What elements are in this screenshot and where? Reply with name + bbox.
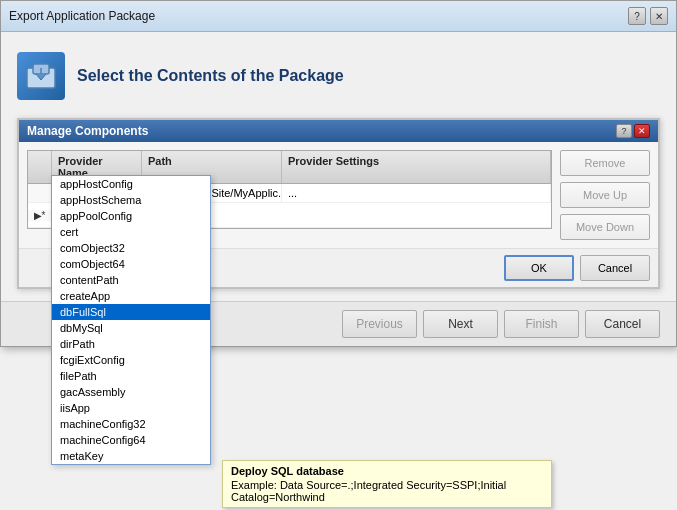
- previous-button[interactable]: Previous: [342, 310, 417, 338]
- col-header-settings: Provider Settings: [282, 151, 551, 183]
- cancel-button[interactable]: Cancel: [585, 310, 660, 338]
- dropdown-item-appHostSchema[interactable]: appHostSchema: [52, 192, 210, 208]
- dropdown-item-cert[interactable]: cert: [52, 224, 210, 240]
- dropdown-item-machineConfig64[interactable]: machineConfig64: [52, 432, 210, 448]
- sidebar-buttons: Remove Move Up Move Down: [560, 150, 650, 240]
- table-container: Provider Name Path Provider Settings iis…: [27, 150, 552, 240]
- header-title: Select the Contents of the Package: [77, 67, 344, 85]
- outer-titlebar-left: Export Application Package: [9, 9, 155, 23]
- header-section: Select the Contents of the Package: [17, 44, 660, 108]
- dropdown-item-metaKey[interactable]: metaKey: [52, 448, 210, 464]
- outer-window: Export Application Package ? ✕ Select th…: [0, 0, 677, 347]
- inner-modal: Manage Components ? ✕ Provider Name Path: [17, 118, 660, 289]
- move-up-button[interactable]: Move Up: [560, 182, 650, 208]
- outer-titlebar: Export Application Package ? ✕: [1, 1, 676, 32]
- inner-content: Provider Name Path Provider Settings iis…: [19, 142, 658, 248]
- dropdown-item-dbMySql[interactable]: dbMySql: [52, 320, 210, 336]
- inner-close-button[interactable]: ✕: [634, 124, 650, 138]
- inner-cancel-button[interactable]: Cancel: [580, 255, 650, 281]
- next-button[interactable]: Next: [423, 310, 498, 338]
- remove-button[interactable]: Remove: [560, 150, 650, 176]
- outer-help-button[interactable]: ?: [628, 7, 646, 25]
- dropdown-item-comObject64[interactable]: comObject64: [52, 256, 210, 272]
- inner-titlebar: Manage Components ? ✕: [19, 120, 658, 142]
- dropdown-item-contentPath[interactable]: contentPath: [52, 272, 210, 288]
- dropdown-item-gacAssembly[interactable]: gacAssembly: [52, 384, 210, 400]
- dropdown-item-filePath[interactable]: filePath: [52, 368, 210, 384]
- dropdown-item-appHostConfig[interactable]: appHostConfig: [52, 176, 210, 192]
- row-indicator-1: [28, 184, 52, 202]
- outer-titlebar-controls: ? ✕: [628, 7, 668, 25]
- outer-close-button[interactable]: ✕: [650, 7, 668, 25]
- inner-modal-title: Manage Components: [27, 124, 148, 138]
- inner-titlebar-controls: ? ✕: [616, 124, 650, 138]
- package-icon: [17, 52, 65, 100]
- dropdown-item-dbFullSql[interactable]: dbFullSql: [52, 304, 210, 320]
- dropdown-item-createApp[interactable]: createApp: [52, 288, 210, 304]
- tooltip-box: Deploy SQL database Example: Data Source…: [222, 460, 552, 508]
- outer-title: Export Application Package: [9, 9, 155, 23]
- inner-help-button[interactable]: ?: [616, 124, 632, 138]
- dropdown-item-appPoolConfig[interactable]: appPoolConfig: [52, 208, 210, 224]
- finish-button[interactable]: Finish: [504, 310, 579, 338]
- dropdown-item-dirPath[interactable]: dirPath: [52, 336, 210, 352]
- tooltip-title: Deploy SQL database: [231, 465, 543, 477]
- dropdown-item-fcgiExtConfig[interactable]: fcgiExtConfig: [52, 352, 210, 368]
- inner-ok-button[interactable]: OK: [504, 255, 574, 281]
- cell-settings-1: ...: [282, 184, 551, 202]
- dropdown-item-iisApp[interactable]: iisApp: [52, 400, 210, 416]
- move-down-button[interactable]: Move Down: [560, 214, 650, 240]
- new-row-indicator: ▶*: [28, 210, 52, 221]
- dropdown-item-comObject32[interactable]: comObject32: [52, 240, 210, 256]
- dropdown-item-machineConfig32[interactable]: machineConfig32: [52, 416, 210, 432]
- provider-dropdown-list: appHostConfig appHostSchema appPoolConfi…: [51, 175, 211, 465]
- tooltip-description: Example: Data Source=.;Integrated Securi…: [231, 479, 543, 503]
- outer-content: Select the Contents of the Package Manag…: [1, 32, 676, 301]
- col-header-indicator: [28, 151, 52, 183]
